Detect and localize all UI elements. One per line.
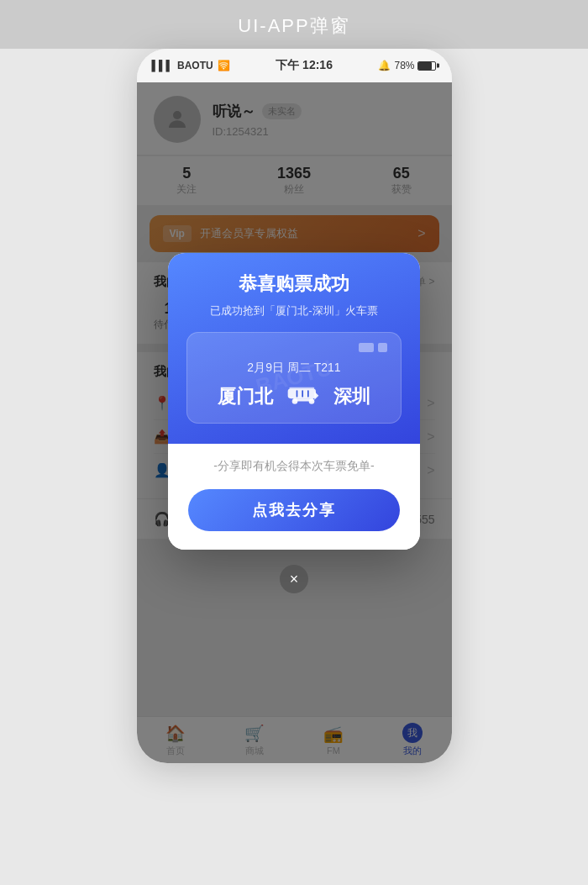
ticket-dot-1 — [359, 343, 374, 352]
svg-rect-8 — [307, 390, 309, 397]
ticket-to: 深圳 — [333, 384, 370, 409]
svg-rect-5 — [293, 398, 312, 401]
svg-marker-9 — [314, 391, 318, 399]
operator-name: BAOTU — [177, 60, 213, 71]
signal-icon: ▌▌▌ — [152, 60, 174, 71]
battery-percent: 78% — [394, 60, 414, 71]
svg-rect-7 — [302, 390, 303, 397]
share-hint: -分享即有机会得本次车票免单- — [188, 459, 400, 474]
status-time: 下午 12:16 — [276, 58, 333, 73]
ticket-card: BAOTU 2月9日 周二 T211 厦门北 — [186, 332, 402, 424]
popup-header: 恭喜购票成功 已成功抢到「厦门北-深圳」火车票 BAOTU 2月9日 周二 T2… — [168, 253, 420, 444]
popup-body: -分享即有机会得本次车票免单- 点我去分享 — [168, 444, 420, 550]
app-background: 听说～ 未实名 ID:1254321 5 关注 1365 粉丝 65 获赞 — [137, 82, 452, 763]
modal-overlay[interactable]: 恭喜购票成功 已成功抢到「厦门北-深圳」火车票 BAOTU 2月9日 周二 T2… — [137, 82, 452, 763]
status-left: ▌▌▌ BAOTU 🛜 — [152, 60, 230, 71]
ticket-route: 厦门北 — [201, 384, 387, 409]
train-icon — [286, 384, 320, 409]
popup-title: 恭喜购票成功 — [186, 271, 402, 297]
ticket-dot-2 — [378, 343, 387, 352]
share-button[interactable]: 点我去分享 — [188, 489, 400, 531]
ticket-date: 2月9日 周二 T211 — [201, 361, 387, 376]
close-button[interactable]: × — [280, 565, 308, 593]
battery-icon — [417, 61, 436, 71]
popup-subtitle: 已成功抢到「厦门北-深圳」火车票 — [186, 303, 402, 319]
alarm-icon: 🔔 — [378, 60, 391, 71]
phone-frame: ▌▌▌ BAOTU 🛜 下午 12:16 🔔 78% — [137, 49, 452, 763]
svg-rect-1 — [288, 388, 316, 398]
page-title: UI-APP弹窗 — [238, 15, 349, 36]
ticket-from: 厦门北 — [218, 384, 273, 409]
status-right: 🔔 78% — [378, 60, 436, 71]
success-popup: 恭喜购票成功 已成功抢到「厦门北-深圳」火车票 BAOTU 2月9日 周二 T2… — [168, 253, 420, 550]
svg-rect-2 — [289, 387, 314, 389]
wifi-icon: 🛜 — [218, 60, 230, 71]
status-bar: ▌▌▌ BAOTU 🛜 下午 12:16 🔔 78% — [137, 49, 452, 82]
svg-rect-6 — [297, 390, 298, 397]
